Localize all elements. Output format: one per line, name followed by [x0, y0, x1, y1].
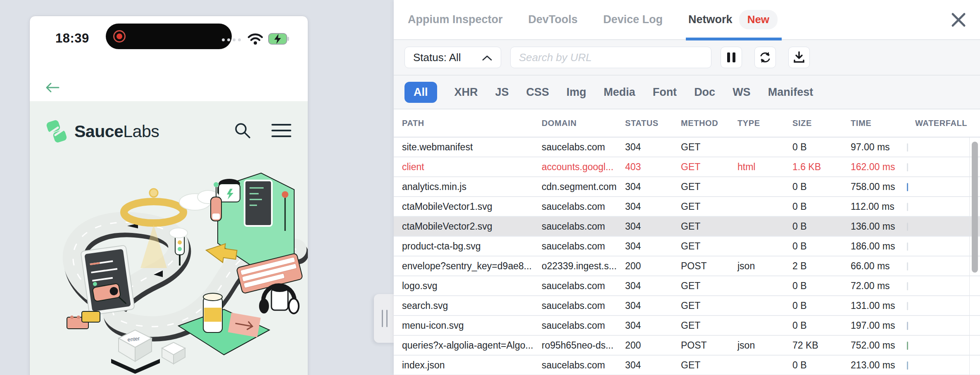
- table-row[interactable]: index.json saucelabs.com 304 GET 0 B 213…: [394, 356, 980, 375]
- network-toolbar: Status: All: [394, 40, 980, 76]
- table-row[interactable]: product-cta-bg.svg saucelabs.com 304 GET…: [394, 237, 980, 256]
- waterfall-bar: [907, 282, 908, 290]
- chevron-up-icon: [482, 51, 492, 64]
- status-filter-dropdown[interactable]: Status: All: [404, 47, 501, 68]
- cell-size: 0 B: [784, 300, 842, 311]
- cell-time: 197.00 ms: [842, 320, 907, 331]
- device-status-bar: 18:39: [30, 16, 308, 65]
- cell-status: 304: [617, 142, 673, 153]
- hamburger-menu-icon[interactable]: [271, 123, 291, 140]
- tab-devtools[interactable]: DevTools: [528, 0, 578, 40]
- tab-appium-inspector[interactable]: Appium Inspector: [408, 0, 503, 40]
- col-status: STATUS: [617, 119, 673, 128]
- active-tab-underline: [686, 38, 782, 40]
- inspector-tabbar: Appium Inspector DevTools Device Log Net…: [394, 0, 980, 40]
- svg-text:enter: enter: [127, 335, 140, 343]
- cell-time: 112.00 ms: [842, 201, 907, 212]
- waterfall-bar: [907, 302, 908, 310]
- cell-path: search.svg: [394, 300, 533, 311]
- cell-path: ctaMobileVector1.svg: [394, 201, 533, 212]
- cell-size: 0 B: [784, 241, 842, 252]
- cell-status: 304: [617, 201, 673, 212]
- cell-status: 200: [617, 340, 673, 351]
- cell-path: site.webmanifest: [394, 142, 533, 153]
- cell-path: logo.svg: [394, 280, 533, 292]
- cell-type: json: [729, 261, 784, 272]
- device-clock: 18:39: [55, 31, 89, 46]
- col-path: PATH: [394, 119, 533, 128]
- back-arrow-icon[interactable]: [45, 88, 60, 95]
- cell-size: 0 B: [784, 221, 842, 232]
- col-time: TIME: [842, 119, 907, 128]
- col-domain: DOMAIN: [533, 119, 617, 128]
- table-row[interactable]: site.webmanifest saucelabs.com 304 GET 0…: [394, 138, 980, 157]
- filter-chip[interactable]: WS: [733, 82, 751, 103]
- tab-device-log[interactable]: Device Log: [603, 0, 663, 40]
- table-row[interactable]: envelope?sentry_key=d9ae8... o22339.inge…: [394, 256, 980, 276]
- download-button[interactable]: [788, 47, 810, 68]
- cell-domain: saucelabs.com: [533, 320, 617, 331]
- table-row[interactable]: ctaMobileVector2.svg saucelabs.com 304 G…: [394, 217, 980, 237]
- cell-domain: saucelabs.com: [533, 360, 617, 371]
- table-row[interactable]: logo.svg saucelabs.com 304 GET 0 B 72.00…: [394, 276, 980, 296]
- cell-size: 1.6 KB: [784, 161, 842, 173]
- cell-status: 304: [617, 221, 673, 232]
- cell-time: 131.00 ms: [842, 300, 907, 311]
- cell-type: html: [729, 161, 784, 173]
- filter-chip[interactable]: Doc: [694, 82, 715, 103]
- filter-chip[interactable]: Media: [604, 82, 635, 103]
- cell-size: 2 B: [784, 261, 842, 272]
- filter-chip[interactable]: Manifest: [768, 82, 813, 103]
- filter-chip[interactable]: CSS: [526, 82, 549, 103]
- table-row[interactable]: search.svg saucelabs.com 304 GET 0 B 131…: [394, 296, 980, 316]
- filter-chip[interactable]: All: [404, 82, 437, 103]
- saucelabs-wordmark: SauceLabs: [74, 122, 159, 141]
- col-size: SIZE: [784, 119, 842, 128]
- waterfall-bar: [907, 183, 908, 191]
- cell-method: GET: [673, 161, 729, 173]
- cell-method: POST: [673, 340, 729, 351]
- table-row[interactable]: ctaMobileVector1.svg saucelabs.com 304 G…: [394, 197, 980, 217]
- device-screen[interactable]: 18:39: [29, 16, 308, 375]
- col-type: TYPE: [729, 119, 784, 128]
- search-icon[interactable]: [233, 121, 252, 141]
- filter-chip[interactable]: JS: [495, 82, 509, 103]
- refresh-button[interactable]: [754, 47, 776, 68]
- table-scrollbar[interactable]: [972, 142, 978, 273]
- cell-path: queries?x-algolia-agent=Algo...: [394, 340, 533, 351]
- cellular-signal-icon: [222, 38, 241, 41]
- cell-domain: o22339.ingest.s...: [533, 261, 617, 272]
- hero-illustration: enter: [30, 148, 308, 375]
- cell-method: GET: [673, 360, 729, 371]
- wifi-icon: [247, 33, 263, 47]
- cell-domain: accounts.googl...: [533, 161, 617, 173]
- waterfall-bar: [907, 203, 908, 211]
- cell-time: 162.00 ms: [842, 161, 907, 173]
- panel-resize-handle[interactable]: [374, 294, 395, 343]
- cell-size: 0 B: [784, 181, 842, 192]
- table-row[interactable]: menu-icon.svg saucelabs.com 304 GET 0 B …: [394, 316, 980, 336]
- pause-button[interactable]: [721, 47, 742, 68]
- tab-network[interactable]: Network New: [688, 0, 778, 40]
- filter-chip[interactable]: Font: [653, 82, 677, 103]
- waterfall-bar: [907, 361, 908, 370]
- filter-chip[interactable]: XHR: [454, 82, 478, 103]
- saucelabs-logo[interactable]: SauceLabs: [44, 119, 159, 144]
- table-row[interactable]: analytics.min.js cdn.segment.com 304 GET…: [394, 177, 980, 197]
- cell-time: 213.00 ms: [842, 360, 907, 371]
- filter-chip[interactable]: Img: [566, 82, 586, 103]
- cell-domain: saucelabs.com: [533, 300, 617, 311]
- table-row[interactable]: client accounts.googl... 403 GET html 1.…: [394, 157, 980, 177]
- cell-time: 186.00 ms: [842, 241, 907, 252]
- waterfall-bar: [907, 322, 908, 330]
- cell-path: client: [394, 161, 533, 173]
- new-badge: New: [739, 10, 778, 29]
- cell-method: GET: [673, 142, 729, 153]
- cell-status: 304: [617, 280, 673, 292]
- search-url-input[interactable]: [510, 47, 711, 68]
- cell-size: 0 B: [784, 320, 842, 331]
- close-icon[interactable]: [949, 10, 968, 30]
- table-row[interactable]: queries?x-algolia-agent=Algo... ro95h65n…: [394, 336, 980, 356]
- refresh-icon: [759, 51, 771, 64]
- cell-method: GET: [673, 320, 729, 331]
